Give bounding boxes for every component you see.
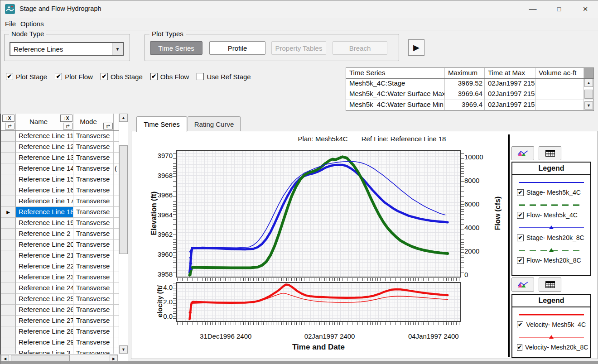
row-header[interactable]: ▶ [1,207,16,218]
legend-checkbox[interactable]: ✔ [517,257,524,264]
checkbox-plot-flow[interactable]: ✔Plot Flow [55,73,93,81]
ref-table-row[interactable]: Reference Line 23Transverse [1,272,119,283]
row-header[interactable] [1,316,16,326]
checkbox-plot-stage[interactable]: ✔Plot Stage [6,73,47,81]
ref-table-row[interactable]: Reference Line 2Transverse [1,229,119,239]
row-header[interactable] [1,239,16,250]
row-header[interactable] [1,261,16,272]
ref-table-row[interactable]: Reference Line 26Transverse [1,305,119,316]
row-header[interactable] [1,250,16,261]
row-header[interactable] [1,131,16,142]
scroll-up-button[interactable]: ▲ [584,79,593,87]
checkbox-box[interactable]: ✔ [6,73,13,80]
row-header[interactable] [1,142,16,153]
ref-table-row[interactable]: Reference Line 25Transverse [1,294,119,305]
checkbox-box[interactable] [197,73,204,80]
ref-table-row[interactable]: Reference Line 27Transverse [1,316,119,326]
row-header[interactable] [1,337,16,348]
scroll-up-button[interactable]: ▲ [119,114,128,122]
row-header[interactable] [1,283,16,294]
ref-table-row[interactable]: Reference Line 19Transverse [1,218,119,229]
row-header[interactable] [1,196,16,207]
ref-table-row[interactable]: Reference Line 20Transverse [1,239,119,250]
stats-scrollbar[interactable]: ▲ ▼ [584,79,593,110]
plot-type-breach-button[interactable]: Breach [333,41,387,55]
ref-table-row[interactable]: ▶Reference Line 18Transverse [1,207,119,218]
legend-entry-row: ✔Velocity- Mesh5k_4C [517,319,586,330]
table-view-button[interactable] [539,278,561,292]
scroll-down-button[interactable]: ▼ [584,101,593,110]
ref-table-row[interactable]: Reference Line 22Transverse [1,261,119,272]
legend-checkbox[interactable]: ✔ [517,212,524,219]
legend-entry-label: Velocity- Mesh5k_4C [526,321,586,328]
ref-mode-cell: Transverse [73,174,114,185]
ref-table-row[interactable]: Reference Line 16Transverse [1,185,119,196]
ref-table-row[interactable]: Reference Line 21Transverse [1,250,119,261]
stage-flow-chart[interactable] [176,150,461,278]
menu-options[interactable]: Options [18,19,47,29]
tab-rating-curve[interactable]: Rating Curve [188,116,241,131]
ref-table-row[interactable]: Reference Line 13Transverse [1,153,119,163]
row-header[interactable] [1,185,16,196]
legend-checkbox[interactable]: ✔ [517,321,523,328]
table-icon [545,281,555,288]
row-header[interactable] [1,153,16,163]
ref-table-row[interactable]: Reference Line 11Transverse [1,131,119,142]
ref-table-row[interactable]: Reference Line 17Transverse [1,196,119,207]
axis-tick-label: 6000 [464,200,492,209]
ref-table-row[interactable]: Reference Line 28Transverse [1,326,119,337]
checkbox-use-ref-stage[interactable]: Use Ref Stage [197,73,251,81]
row-header[interactable] [1,305,16,316]
filter-icon[interactable]: ⇄ [103,123,113,129]
row-header[interactable] [1,272,16,283]
legend-checkbox[interactable]: ✔ [517,344,522,351]
close-button[interactable]: × [572,0,598,18]
row-header[interactable] [1,163,16,174]
sort-button[interactable]: ↑X [60,115,72,122]
legend-checkbox[interactable]: ✔ [517,235,524,241]
sort-button[interactable]: ↑X [2,115,14,122]
row-header[interactable] [1,229,16,239]
plot-type-profile-button[interactable]: Profile [209,41,265,55]
scroll-down-button[interactable]: ▼ [119,345,128,354]
legend-checkbox[interactable]: ✔ [517,189,524,196]
axis-tick-label: 3964 [147,211,173,220]
ref-mode-cell: Transverse [73,153,114,163]
plan-label: Plan: Mesh5k4C [298,135,348,143]
ref-table-row[interactable]: Reference Line 14Transverse( [1,163,119,174]
plot-type-property-tables-button[interactable]: Property Tables [271,41,326,55]
checkbox-obs-stage[interactable]: ✔Obs Stage [101,73,143,81]
stats-cell: 02Jan1997 2150 [485,79,535,89]
chart-icon [517,150,528,157]
filter-icon[interactable]: ⇄ [63,123,72,129]
row-header[interactable] [1,294,16,305]
animate-plot-button[interactable]: ▶ [408,39,424,56]
filter-icon[interactable]: ⇄ [5,123,14,129]
scroll-thumb[interactable] [119,145,128,254]
ref-table-row[interactable]: Reference Line 3Transverse [1,348,119,354]
stats-cell: 02Jan1997 2152 [485,89,535,99]
node-type-select[interactable]: Reference Lines ▼ [10,42,124,56]
node-type-dropdown-button[interactable]: ▼ [112,43,123,55]
legend-entry: ✔Stage- Mesh5k_4C [517,177,586,198]
ref-table-vscrollbar[interactable]: ▲ ▼ [119,114,128,354]
row-header[interactable] [1,218,16,229]
chart-view-button[interactable] [511,278,534,292]
menu-file[interactable]: File [2,19,19,29]
scroll-thumb[interactable] [584,90,593,99]
chart-view-button[interactable] [511,146,534,160]
maximize-button[interactable]: □ [546,0,572,18]
checkbox-box[interactable]: ✔ [101,73,108,80]
table-view-button[interactable] [539,146,561,160]
row-header[interactable] [1,326,16,337]
ref-table-row[interactable]: Reference Line 12Transverse [1,142,119,153]
checkbox-box[interactable]: ✔ [55,73,62,80]
row-header[interactable] [1,348,16,354]
ref-table-row[interactable]: Reference Line 15Transverse [1,174,119,185]
tab-time-series[interactable]: Time Series [136,116,187,132]
row-header[interactable] [1,174,16,185]
velocity-chart[interactable] [176,282,461,322]
ref-table-row[interactable]: Reference Line 29Transverse [1,337,119,348]
ref-table-row[interactable]: Reference Line 24Transverse [1,283,119,294]
minimize-button[interactable]: — [520,0,546,18]
